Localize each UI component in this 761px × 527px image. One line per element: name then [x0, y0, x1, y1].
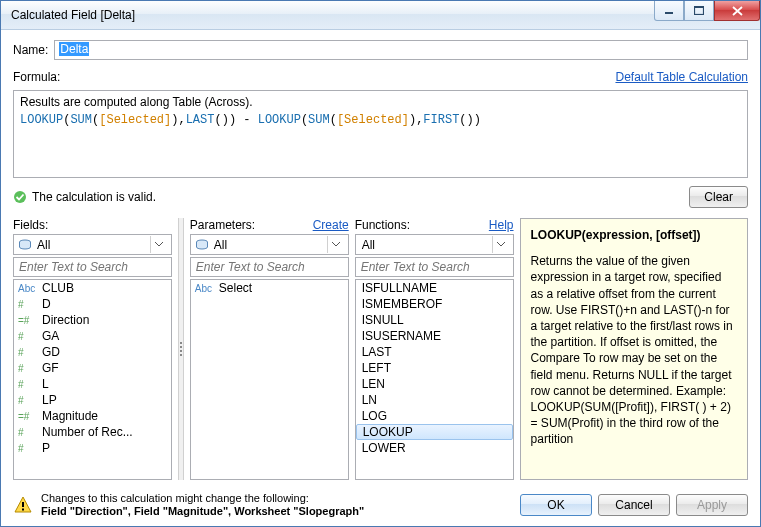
- list-item[interactable]: LOG: [356, 408, 513, 424]
- name-input[interactable]: Delta: [54, 40, 748, 60]
- name-row: Name: Delta: [13, 40, 748, 60]
- name-label: Name:: [13, 43, 48, 57]
- svg-rect-7: [22, 508, 24, 510]
- list-item[interactable]: #GF: [14, 360, 171, 376]
- list-item[interactable]: #GD: [14, 344, 171, 360]
- list-item[interactable]: AbcSelect: [191, 280, 348, 296]
- default-table-calc-link[interactable]: Default Table Calculation: [615, 70, 748, 84]
- parameters-list[interactable]: AbcSelect: [190, 279, 349, 480]
- validation-text: The calculation is valid.: [32, 190, 156, 204]
- panels: Fields: All AbcCLUB#D=#Direction#GA#GD#G…: [13, 218, 748, 480]
- check-icon: [13, 190, 27, 204]
- splitter[interactable]: [178, 218, 184, 480]
- fields-search-input[interactable]: [13, 257, 172, 277]
- fields-filter-dropdown[interactable]: All: [13, 234, 172, 255]
- chevron-down-icon: [492, 236, 509, 253]
- formula-code: LOOKUP(SUM([Selected]),LAST()) - LOOKUP(…: [20, 113, 741, 127]
- list-item[interactable]: LEN: [356, 376, 513, 392]
- maximize-button[interactable]: [684, 1, 714, 21]
- fields-panel: Fields: All AbcCLUB#D=#Direction#GA#GD#G…: [13, 218, 172, 480]
- warning-icon: [13, 495, 33, 515]
- minimize-button[interactable]: [654, 1, 684, 21]
- svg-rect-0: [665, 12, 673, 14]
- datasource-icon: [195, 239, 209, 251]
- help-panel: LOOKUP(expression, [offset]) Returns the…: [520, 218, 748, 480]
- list-item[interactable]: AbcCLUB: [14, 280, 171, 296]
- window-buttons: [654, 1, 760, 21]
- functions-list[interactable]: ISFULLNAMEISMEMBEROFISNULLISUSERNAMELAST…: [355, 279, 514, 480]
- list-item[interactable]: LN: [356, 392, 513, 408]
- list-item[interactable]: LOOKUP: [356, 424, 513, 440]
- list-item[interactable]: ISMEMBEROF: [356, 296, 513, 312]
- functions-panel: Functions: Help All ISFULLNAMEISMEMBEROF…: [355, 218, 514, 480]
- apply-button[interactable]: Apply: [676, 494, 748, 516]
- list-item[interactable]: LOWER: [356, 440, 513, 456]
- svg-point-3: [14, 191, 26, 203]
- ok-button[interactable]: OK: [520, 494, 592, 516]
- formula-comment: Results are computed along Table (Across…: [20, 95, 741, 109]
- parameters-filter-dropdown[interactable]: All: [190, 234, 349, 255]
- parameters-label: Parameters:: [190, 218, 255, 232]
- functions-help-link[interactable]: Help: [489, 218, 514, 232]
- svg-rect-6: [22, 502, 24, 507]
- list-item[interactable]: #D: [14, 296, 171, 312]
- chevron-down-icon: [150, 236, 167, 253]
- formula-label: Formula:: [13, 70, 60, 84]
- list-item[interactable]: LAST: [356, 344, 513, 360]
- parameters-create-link[interactable]: Create: [313, 218, 349, 232]
- list-item[interactable]: ISNULL: [356, 312, 513, 328]
- titlebar[interactable]: Calculated Field [Delta]: [1, 1, 760, 30]
- list-item[interactable]: =#Direction: [14, 312, 171, 328]
- list-item[interactable]: #L: [14, 376, 171, 392]
- list-item[interactable]: #GA: [14, 328, 171, 344]
- list-item[interactable]: #Number of Rec...: [14, 424, 171, 440]
- formula-editor[interactable]: Results are computed along Table (Across…: [13, 90, 748, 178]
- functions-filter-dropdown[interactable]: All: [355, 234, 514, 255]
- parameters-search-input[interactable]: [190, 257, 349, 277]
- help-title: LOOKUP(expression, [offset]): [531, 227, 737, 243]
- parameters-panel: Parameters: Create All AbcSelect: [190, 218, 349, 480]
- close-button[interactable]: [714, 1, 760, 21]
- datasource-icon: [18, 239, 32, 251]
- svg-rect-2: [694, 6, 704, 8]
- clear-button[interactable]: Clear: [689, 186, 748, 208]
- functions-search-input[interactable]: [355, 257, 514, 277]
- chevron-down-icon: [327, 236, 344, 253]
- footer: Changes to this calculation might change…: [13, 492, 748, 518]
- help-body: Returns the value of the given expressio…: [531, 253, 737, 447]
- fields-list[interactable]: AbcCLUB#D=#Direction#GA#GD#GF#L#LP=#Magn…: [13, 279, 172, 480]
- window: Calculated Field [Delta] Name: Delta For…: [0, 0, 761, 527]
- window-title: Calculated Field [Delta]: [11, 8, 135, 22]
- list-item[interactable]: ISUSERNAME: [356, 328, 513, 344]
- warning-text: Changes to this calculation might change…: [41, 492, 364, 518]
- validation-row: The calculation is valid. Clear: [13, 186, 748, 208]
- list-item[interactable]: =#Magnitude: [14, 408, 171, 424]
- fields-label: Fields:: [13, 218, 48, 232]
- functions-label: Functions:: [355, 218, 410, 232]
- list-item[interactable]: #LP: [14, 392, 171, 408]
- list-item[interactable]: LEFT: [356, 360, 513, 376]
- cancel-button[interactable]: Cancel: [598, 494, 670, 516]
- list-item[interactable]: #P: [14, 440, 171, 456]
- list-item[interactable]: ISFULLNAME: [356, 280, 513, 296]
- content: Name: Delta Formula: Default Table Calcu…: [1, 30, 760, 526]
- formula-header: Formula: Default Table Calculation: [13, 70, 748, 84]
